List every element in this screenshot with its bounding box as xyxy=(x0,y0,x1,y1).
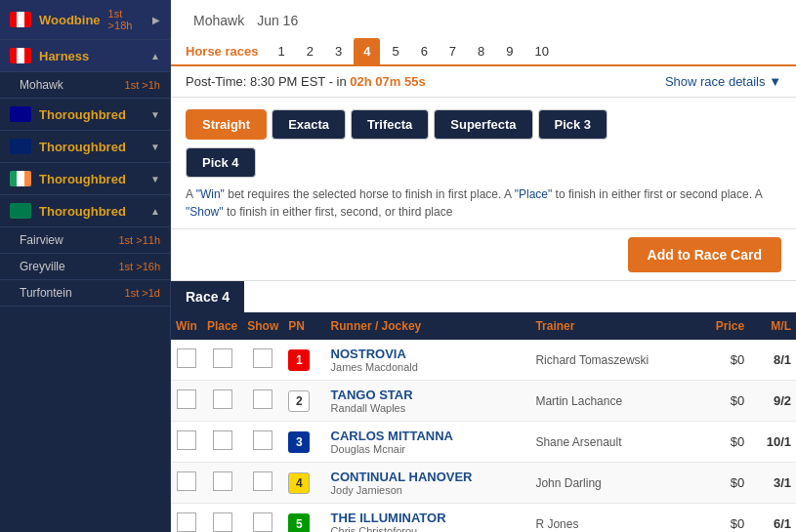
trainer-cell: Shane Arsenault xyxy=(530,422,696,463)
chevron-down-icon: ▼ xyxy=(150,174,160,184)
flag-ie-icon xyxy=(10,171,31,186)
show-race-details-button[interactable]: Show race details ▼ xyxy=(665,74,781,89)
track-title: Mohawk Jun 16 xyxy=(186,10,781,30)
table-row: 2 TANGO STAR Randall Waples Martin Lacha… xyxy=(171,381,796,422)
runner-name-0: NOSTROVIA xyxy=(331,347,526,361)
runner-cell: TANGO STAR Randall Waples xyxy=(326,381,531,422)
table-row: 3 CARLOS MITTANNA Douglas Mcnair Shane A… xyxy=(171,422,796,463)
race-tab-3[interactable]: 3 xyxy=(325,38,352,64)
show-checkbox-cell xyxy=(242,422,283,463)
runners-table: Win Place Show PN Runner / Jockey Traine… xyxy=(171,312,796,532)
show-checkbox-cell xyxy=(242,463,283,504)
win-checkbox-0[interactable] xyxy=(177,348,196,368)
pn-cell: 5 xyxy=(283,504,325,533)
sidebar-sub-label-turfontein: Turfontein xyxy=(20,286,72,300)
place-checkbox-4[interactable] xyxy=(213,512,232,532)
sidebar-sub-mohawk[interactable]: Mohawk 1st >1h xyxy=(0,72,170,99)
col-pn: PN xyxy=(283,312,325,340)
race-tab-10[interactable]: 10 xyxy=(525,38,559,64)
trainer-cell: R Jones xyxy=(530,504,696,533)
show-checkbox-cell xyxy=(242,340,283,381)
win-highlight: "Win" xyxy=(196,187,225,201)
win-checkbox-cell xyxy=(171,504,202,533)
runner-jockey-3: Jody Jamieson xyxy=(331,484,526,496)
price-cell: $0 xyxy=(697,504,749,533)
bet-btn-pick3[interactable]: Pick 3 xyxy=(538,109,608,140)
sidebar-sub-turfontein[interactable]: Turfontein 1st >1d xyxy=(0,280,170,307)
pn-badge-2: 3 xyxy=(288,431,310,453)
runner-jockey-4: Chris Christoforou xyxy=(331,525,526,532)
show-checkbox-3[interactable] xyxy=(253,471,272,491)
post-time-bar: Post-Time: 8:30 PM EST - in 02h 07m 55s … xyxy=(171,66,796,98)
sidebar-sub-fairview[interactable]: Fairview 1st >11h xyxy=(0,227,170,254)
ml-cell: 9/2 xyxy=(749,381,796,422)
add-to-race-card-button[interactable]: Add to Race Card xyxy=(628,237,781,272)
post-time-text: Post-Time: 8:30 PM EST - in 02h 07m 55s xyxy=(186,74,426,89)
place-checkbox-cell xyxy=(202,422,242,463)
race-tab-7[interactable]: 7 xyxy=(440,38,466,64)
win-checkbox-2[interactable] xyxy=(177,430,196,450)
ml-cell: 6/1 xyxy=(749,504,796,533)
race-tabs: Horse races 1 2 3 4 5 6 7 8 9 10 xyxy=(186,38,781,64)
pn-badge-1: 2 xyxy=(288,390,310,412)
sidebar-item-thoroughbred-au[interactable]: Thoroughbred ▼ xyxy=(0,99,170,131)
race-tab-5[interactable]: 5 xyxy=(382,38,408,64)
post-time-label: Post-Time: 8:30 PM EST - in xyxy=(186,74,347,89)
bet-btn-trifecta[interactable]: Trifecta xyxy=(351,109,429,140)
sidebar-item-thoroughbred-gb[interactable]: Thoroughbred ▼ xyxy=(0,131,170,163)
col-runner-jockey: Runner / Jockey xyxy=(326,312,531,340)
table-row: 5 THE ILLUMINATOR Chris Christoforou R J… xyxy=(171,504,796,533)
place-checkbox-2[interactable] xyxy=(213,430,232,450)
win-checkbox-1[interactable] xyxy=(177,389,196,409)
table-row: 4 CONTINUAL HANOVER Jody Jamieson John D… xyxy=(171,463,796,504)
ml-cell: 8/1 xyxy=(749,340,796,381)
race-tab-1[interactable]: 1 xyxy=(268,38,294,64)
sidebar-item-thoroughbred-za[interactable]: Thoroughbred ▲ xyxy=(0,195,170,227)
bet-btn-straight[interactable]: Straight xyxy=(186,109,267,140)
race-tab-9[interactable]: 9 xyxy=(496,38,523,64)
show-checkbox-0[interactable] xyxy=(253,348,272,368)
table-row: 1 NOSTROVIA James Macdonald Richard Toma… xyxy=(171,340,796,381)
runner-name-1: TANGO STAR xyxy=(331,388,526,402)
sidebar-item-woodbine[interactable]: Woodbine 1st >18h ▶ xyxy=(0,0,170,40)
runner-jockey-2: Douglas Mcnair xyxy=(331,443,526,455)
place-checkbox-1[interactable] xyxy=(213,389,232,409)
runner-jockey-0: James Macdonald xyxy=(331,361,526,373)
track-name: Mohawk xyxy=(193,13,244,28)
sidebar-sub-label-mohawk: Mohawk xyxy=(20,78,63,92)
race-tab-8[interactable]: 8 xyxy=(468,38,494,64)
win-checkbox-3[interactable] xyxy=(177,471,196,491)
col-show: Show xyxy=(242,312,283,340)
race-tab-2[interactable]: 2 xyxy=(297,38,323,64)
bet-btn-superfecta[interactable]: Superfecta xyxy=(434,109,532,140)
pn-cell: 3 xyxy=(283,422,325,463)
sidebar-item-harness[interactable]: Harness ▲ xyxy=(0,40,170,72)
win-checkbox-4[interactable] xyxy=(177,512,196,532)
sidebar: Woodbine 1st >18h ▶ Harness ▲ Mohawk 1st… xyxy=(0,0,171,532)
runner-name-2: CARLOS MITTANNA xyxy=(331,429,526,443)
sidebar-sub-greyville[interactable]: Greyville 1st >16h xyxy=(0,254,170,280)
sidebar-label-tb-au: Thoroughbred xyxy=(39,107,143,122)
flag-au-icon xyxy=(10,106,31,122)
show-checkbox-2[interactable] xyxy=(253,430,272,450)
show-checkbox-1[interactable] xyxy=(253,389,272,409)
place-checkbox-0[interactable] xyxy=(213,348,232,368)
bet-btn-pick4[interactable]: Pick 4 xyxy=(186,147,256,178)
trainer-4: R Jones xyxy=(535,517,578,531)
race-tab-6[interactable]: 6 xyxy=(411,38,438,64)
show-checkbox-cell xyxy=(242,504,283,533)
col-win: Win xyxy=(171,312,202,340)
place-checkbox-3[interactable] xyxy=(213,471,232,491)
sidebar-sub-meta-turfontein: 1st >1d xyxy=(125,287,160,299)
chevron-down-icon: ▶ xyxy=(152,15,160,25)
chevron-up-icon: ▲ xyxy=(150,51,160,61)
bet-btn-exacta[interactable]: Exacta xyxy=(272,109,346,140)
show-checkbox-4[interactable] xyxy=(253,512,272,532)
race-tab-4[interactable]: 4 xyxy=(354,38,380,64)
sidebar-item-thoroughbred-ie[interactable]: Thoroughbred ▼ xyxy=(0,163,170,195)
sidebar-sub-meta-greyville: 1st >16h xyxy=(118,261,160,272)
show-highlight: "Show" xyxy=(186,205,224,219)
sidebar-sub-label-fairview: Fairview xyxy=(20,233,63,247)
runner-cell: THE ILLUMINATOR Chris Christoforou xyxy=(326,504,531,533)
flag-ca-icon xyxy=(10,48,31,63)
